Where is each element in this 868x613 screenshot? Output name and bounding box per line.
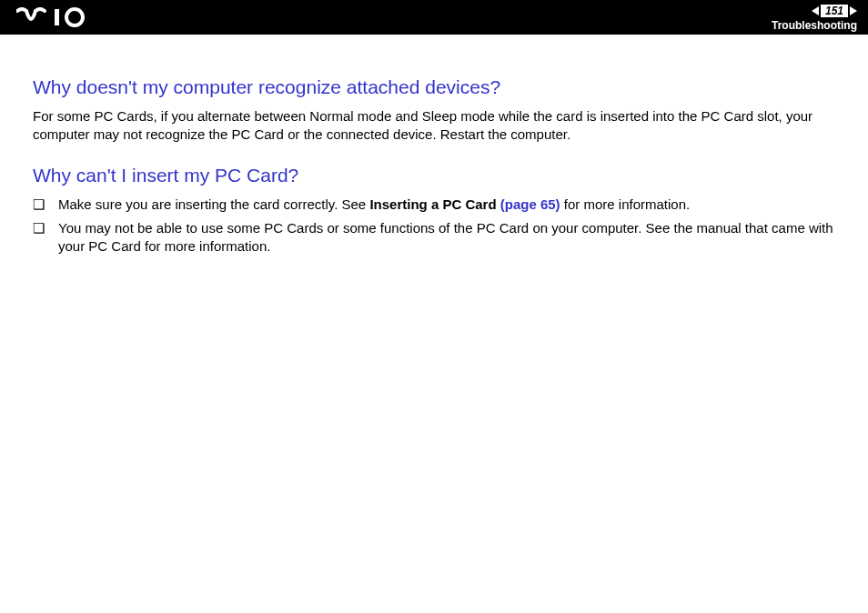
vaio-logo-svg <box>16 7 106 27</box>
vaio-logo <box>16 7 106 27</box>
section-label: Troubleshooting <box>772 20 857 31</box>
answer-text-1: For some PC Cards, if you alternate betw… <box>33 107 835 145</box>
question-heading-2: Why can't I insert my PC Card? <box>33 165 835 186</box>
list-item-text: You may not be able to use some PC Cards… <box>58 219 835 256</box>
text-segment: You may not be able to use some PC Cards… <box>58 220 833 254</box>
answer-list-2: ❑ Make sure you are inserting the card c… <box>33 196 835 256</box>
header-bar: 151 Troubleshooting <box>0 0 868 35</box>
header-right: 151 Troubleshooting <box>772 4 857 31</box>
list-item: ❑ Make sure you are inserting the card c… <box>33 196 835 214</box>
svg-rect-0 <box>55 9 59 25</box>
bullet-icon: ❑ <box>33 219 58 237</box>
prev-page-arrow-icon[interactable] <box>812 6 819 15</box>
next-page-arrow-icon[interactable] <box>850 6 857 15</box>
list-item-text: Make sure you are inserting the card cor… <box>58 196 835 214</box>
question-heading-1: Why doesn't my computer recognize attach… <box>33 76 835 98</box>
text-segment: for more information. <box>560 196 691 212</box>
page-reference-link[interactable]: (page 65) <box>500 196 560 212</box>
page-number: 151 <box>821 5 848 17</box>
page-indicator: 151 <box>772 4 857 18</box>
page-content: Why doesn't my computer recognize attach… <box>0 35 868 256</box>
text-segment: Make sure you are inserting the card cor… <box>58 196 369 212</box>
list-item: ❑ You may not be able to use some PC Car… <box>33 219 835 256</box>
bullet-icon: ❑ <box>33 196 58 214</box>
svg-point-1 <box>66 9 83 25</box>
bold-reference: Inserting a PC Card <box>369 196 500 212</box>
